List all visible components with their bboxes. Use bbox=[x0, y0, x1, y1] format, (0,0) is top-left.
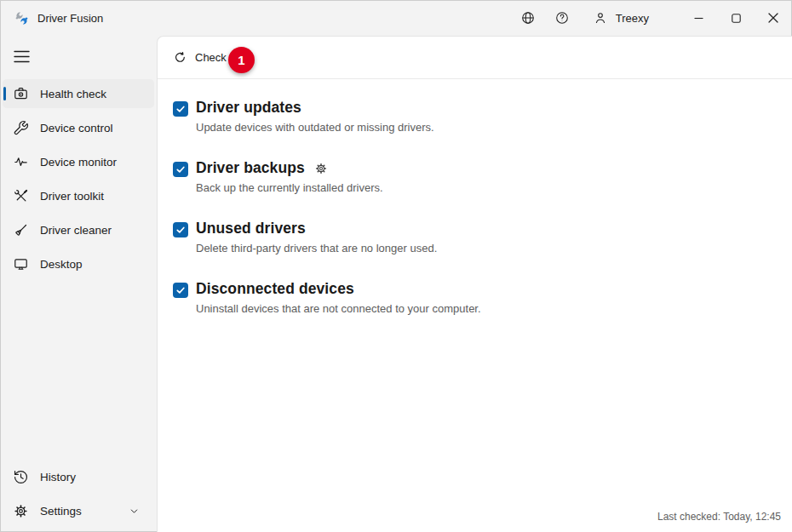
person-icon bbox=[593, 10, 608, 26]
sidebar-item-device-monitor[interactable]: Device monitor bbox=[3, 147, 154, 176]
navigation-menu-button[interactable] bbox=[3, 41, 39, 72]
check-button-label: Check bbox=[195, 51, 227, 64]
checkmark-icon bbox=[175, 104, 186, 114]
sidebar-item-label: Device control bbox=[40, 122, 113, 134]
main-pane: Check 1 Driver updates Update devices wi… bbox=[157, 36, 792, 532]
help-icon bbox=[554, 10, 570, 26]
driver-backups-checkbox[interactable] bbox=[173, 162, 188, 177]
unused-drivers-checkbox[interactable] bbox=[173, 222, 188, 237]
crossed-tools-icon bbox=[13, 188, 29, 204]
last-checked-status: Last checked: Today, 12:45 bbox=[657, 511, 781, 523]
sidebar-item-label: Settings bbox=[40, 505, 82, 518]
close-button[interactable] bbox=[755, 0, 792, 36]
app-logo-icon bbox=[14, 11, 29, 26]
app-title: Driver Fusion bbox=[37, 12, 103, 25]
maximize-icon bbox=[732, 14, 741, 23]
item-title: Driver updates bbox=[196, 97, 301, 118]
sidebar-item-driver-toolkit[interactable]: Driver toolkit bbox=[3, 181, 154, 210]
titlebar-right: Treexy bbox=[511, 0, 792, 36]
disconnected-devices-checkbox[interactable] bbox=[173, 283, 188, 298]
driver-backups-settings-button[interactable] bbox=[314, 162, 328, 175]
sidebar-item-history[interactable]: History bbox=[3, 462, 154, 491]
sidebar: Health check Device control Device monit… bbox=[0, 36, 157, 532]
sidebar-item-label: Device monitor bbox=[40, 156, 117, 169]
gear-icon bbox=[314, 162, 328, 175]
sidebar-item-driver-cleaner[interactable]: Driver cleaner bbox=[3, 215, 154, 244]
globe-icon bbox=[520, 10, 536, 26]
sidebar-item-settings[interactable]: Settings bbox=[3, 496, 154, 525]
list-item-unused-drivers: Unused drivers Delete third-party driver… bbox=[173, 218, 775, 256]
sidebar-item-label: Driver cleaner bbox=[40, 224, 112, 237]
check-button[interactable]: Check bbox=[173, 50, 227, 65]
minimize-icon bbox=[694, 14, 703, 23]
wrench-icon bbox=[13, 120, 29, 136]
broom-icon bbox=[13, 222, 29, 238]
toolbar: Check 1 bbox=[158, 37, 792, 79]
list-item-disconnected-devices: Disconnected devices Uninstall devices t… bbox=[173, 278, 775, 317]
language-globe-button[interactable] bbox=[511, 0, 545, 36]
selection-indicator bbox=[3, 87, 6, 100]
item-description: Delete third-party drivers that are no l… bbox=[196, 240, 437, 256]
chevron-down-icon bbox=[129, 506, 140, 517]
titlebar: Driver Fusion bbox=[0, 0, 792, 36]
pulse-icon bbox=[13, 154, 29, 170]
refresh-icon bbox=[173, 50, 187, 65]
account-name: Treexy bbox=[616, 12, 649, 25]
sidebar-bottom-nav: History Settings bbox=[0, 462, 157, 532]
hamburger-icon bbox=[14, 50, 30, 63]
account-button[interactable]: Treexy bbox=[579, 0, 663, 36]
sidebar-item-label: Desktop bbox=[40, 258, 83, 271]
sidebar-item-desktop[interactable]: Desktop bbox=[3, 249, 154, 278]
checkmark-icon bbox=[175, 225, 186, 235]
annotation-step-badge: 1 bbox=[228, 47, 255, 73]
item-title: Driver backups bbox=[196, 157, 305, 179]
item-title: Disconnected devices bbox=[196, 278, 354, 300]
sidebar-item-label: Health check bbox=[40, 88, 106, 100]
titlebar-left: Driver Fusion bbox=[0, 11, 103, 26]
first-aid-kit-icon bbox=[13, 86, 29, 102]
checkmark-icon bbox=[175, 164, 186, 174]
list-item-driver-updates: Driver updates Update devices with outda… bbox=[173, 97, 775, 135]
driver-fusion-window: Driver Fusion bbox=[0, 0, 792, 532]
minimize-button[interactable] bbox=[680, 0, 717, 36]
item-description: Update devices with outdated or missing … bbox=[196, 119, 434, 135]
item-description: Uninstall devices that are not connected… bbox=[196, 300, 481, 317]
sidebar-item-label: History bbox=[40, 471, 76, 483]
sidebar-item-label: Driver toolkit bbox=[40, 190, 104, 203]
maximize-button[interactable] bbox=[717, 0, 755, 36]
health-check-list: Driver updates Update devices with outda… bbox=[158, 79, 792, 317]
help-button[interactable] bbox=[545, 0, 579, 36]
sidebar-nav: Health check Device control Device monit… bbox=[0, 72, 157, 283]
sidebar-item-health-check[interactable]: Health check bbox=[3, 79, 154, 108]
history-icon bbox=[13, 469, 29, 485]
item-title: Unused drivers bbox=[196, 218, 306, 239]
sidebar-item-device-control[interactable]: Device control bbox=[3, 113, 154, 142]
close-icon bbox=[768, 13, 778, 23]
item-description: Back up the currently installed drivers. bbox=[196, 180, 383, 196]
monitor-icon bbox=[13, 256, 29, 272]
driver-updates-checkbox[interactable] bbox=[173, 101, 188, 117]
gear-icon bbox=[13, 503, 29, 519]
list-item-driver-backups: Driver backups bbox=[173, 157, 775, 196]
checkmark-icon bbox=[175, 285, 186, 295]
